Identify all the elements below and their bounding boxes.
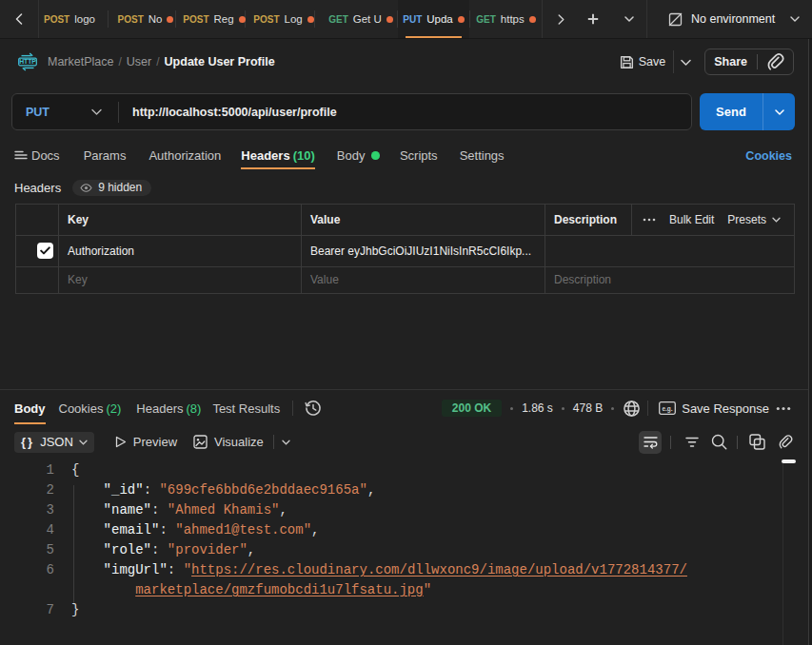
svg-text:e.g.: e.g. <box>663 405 673 413</box>
svg-text:HTTP: HTTP <box>19 58 36 65</box>
